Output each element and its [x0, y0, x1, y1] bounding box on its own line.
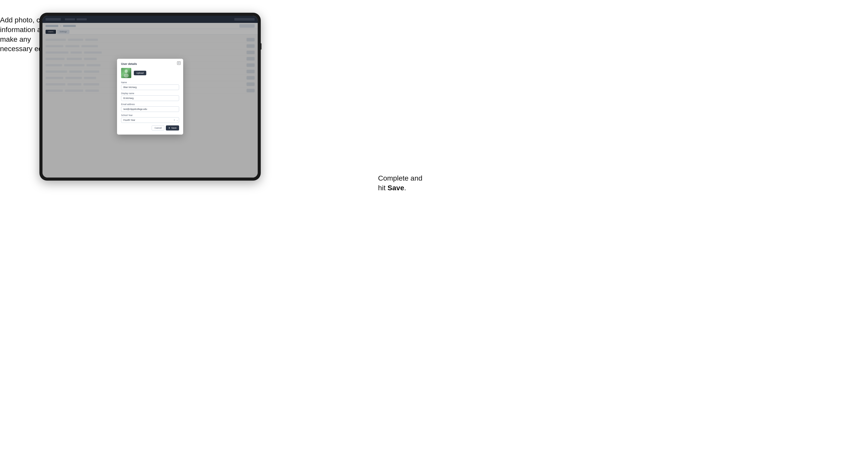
display-name-field-group: Display name: [121, 92, 179, 101]
photo-section: Upload: [121, 68, 179, 78]
modal-overlay: User details ×: [42, 16, 258, 178]
email-field-group: Email address: [121, 103, 179, 112]
annotation-right-line2: hit: [378, 184, 388, 192]
modal-footer: Cancel ⬆ Save: [121, 125, 179, 130]
upload-button[interactable]: Upload: [134, 71, 146, 75]
annotation-right: Complete and hit Save.: [378, 174, 429, 193]
save-button[interactable]: ⬆ Save: [166, 125, 179, 130]
photo-image: [121, 68, 131, 78]
annotation-right-line1: Complete and: [378, 174, 422, 182]
modal-close-button[interactable]: ×: [177, 61, 181, 65]
cancel-button[interactable]: Cancel: [152, 125, 164, 130]
close-icon: ×: [178, 61, 180, 65]
school-year-clear-button[interactable]: ×: [174, 119, 175, 121]
school-year-label: School Year: [121, 114, 179, 117]
school-year-select[interactable]: Fourth Year First Year Second Year Third…: [121, 117, 179, 123]
email-label: Email address: [121, 103, 179, 105]
save-button-label: Save: [171, 127, 177, 129]
svg-point-4: [124, 73, 129, 77]
tablet-screen: › Users Settings: [42, 16, 258, 178]
name-field-group: Name: [121, 81, 179, 90]
name-label: Name: [121, 81, 179, 84]
modal-title: User details: [121, 62, 179, 65]
annotation-right-bold: Save: [388, 184, 404, 192]
save-icon: ⬆: [168, 127, 170, 129]
annotation-right-end: .: [404, 184, 406, 192]
school-year-select-wrapper: Fourth Year First Year Second Year Third…: [121, 117, 179, 123]
power-button: [261, 43, 261, 50]
display-name-label: Display name: [121, 92, 179, 95]
user-details-modal: User details ×: [117, 59, 183, 134]
photo-thumbnail: [121, 68, 131, 78]
name-input[interactable]: [121, 85, 179, 90]
email-input[interactable]: [121, 106, 179, 112]
svg-point-3: [125, 69, 128, 73]
tablet-device: › Users Settings: [39, 13, 261, 181]
school-year-field-group: School Year Fourth Year First Year Secon…: [121, 114, 179, 123]
person-silhouette-icon: [121, 68, 131, 78]
upload-button-label: Upload: [136, 72, 144, 74]
cancel-button-label: Cancel: [154, 127, 161, 129]
display-name-input[interactable]: [121, 95, 179, 101]
